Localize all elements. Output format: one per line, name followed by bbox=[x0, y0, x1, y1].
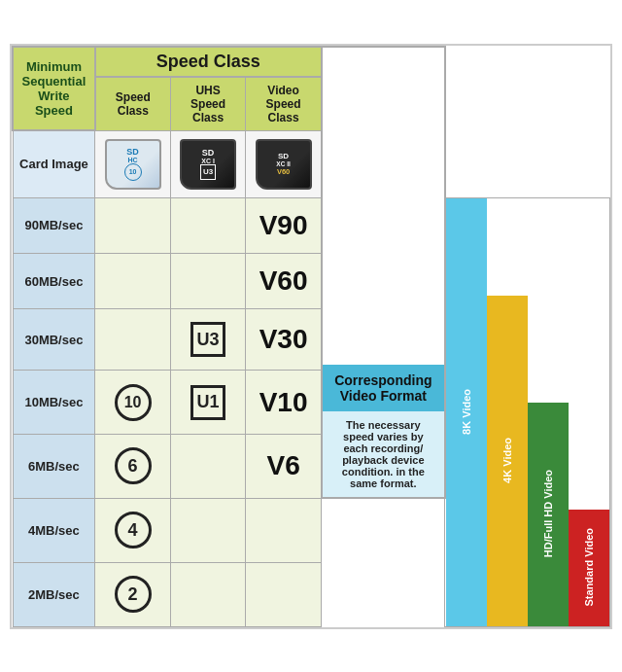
speed-6: 6MB/sec bbox=[13, 435, 95, 499]
sdxc1-card-cell: SD XC I U3 bbox=[170, 130, 246, 197]
left-header-label: Minimum Sequential Write Speed bbox=[22, 59, 86, 118]
row-90mb: 90MB/sec V90 8K Video 4K Video HD/Full bbox=[13, 197, 610, 253]
min-write-speed-header: Minimum Sequential Write Speed bbox=[13, 47, 95, 131]
class2-symbol: 2 bbox=[115, 576, 152, 613]
uhs3-symbol: U3 bbox=[190, 322, 225, 357]
speed-2: 2MB/sec bbox=[13, 562, 95, 626]
video-10: V10 bbox=[246, 371, 322, 435]
bar-8k: 8K Video bbox=[446, 198, 487, 626]
class-30 bbox=[95, 309, 171, 371]
uhs-30: U3 bbox=[170, 309, 246, 371]
uhs1-symbol: U1 bbox=[190, 385, 225, 420]
speed-class-label: Speed Class bbox=[156, 52, 260, 71]
video-format-desc-cell: The necessary speed varies by each recor… bbox=[323, 411, 444, 497]
sdhc-card-cell: SD HC 10 bbox=[95, 130, 171, 197]
uhs-6 bbox=[170, 435, 246, 499]
bar-standard-label: Standard Video bbox=[583, 528, 595, 606]
video-format-column: Corresponding Video Format The necessary… bbox=[322, 47, 445, 499]
class4-symbol: 4 bbox=[115, 512, 152, 548]
uhs-2 bbox=[170, 562, 246, 626]
video-format-title: Corresponding Video Format bbox=[334, 372, 432, 404]
class-2: 2 bbox=[95, 562, 171, 626]
speed-90: 90MB/sec bbox=[13, 197, 95, 253]
speed-30: 30MB/sec bbox=[13, 309, 95, 371]
video-30: V30 bbox=[246, 309, 322, 371]
video-90: V90 bbox=[246, 197, 322, 253]
video-bars-data-cell: 8K Video 4K Video HD/Full HD Video Stand… bbox=[445, 197, 610, 626]
uhs-90 bbox=[170, 197, 246, 253]
class10-symbol: 10 bbox=[115, 384, 152, 421]
speed-class-sub: SpeedClass bbox=[95, 77, 171, 131]
class-10: 10 bbox=[95, 371, 171, 435]
speed-4: 4MB/sec bbox=[13, 498, 95, 562]
class-90 bbox=[95, 197, 171, 253]
class6-symbol: 6 bbox=[115, 447, 152, 484]
card-image-label: Card Image bbox=[13, 130, 95, 197]
card-image-text: Card Image bbox=[19, 157, 88, 171]
class-6: 6 bbox=[95, 435, 171, 499]
video-60: V60 bbox=[246, 253, 322, 308]
video-6: V6 bbox=[246, 435, 322, 499]
video-4 bbox=[246, 498, 322, 562]
uhs-4 bbox=[170, 498, 246, 562]
class-4: 4 bbox=[95, 498, 171, 562]
bar-8k-label: 8K Video bbox=[461, 389, 472, 435]
uhs-speed-class-sub: UHSSpeedClass bbox=[170, 77, 246, 131]
bar-hd: HD/Full HD Video bbox=[528, 403, 569, 626]
uhs-60 bbox=[170, 253, 246, 308]
sdhc-card: SD HC 10 bbox=[105, 139, 161, 190]
sdxc2-card-cell: SD XC II V60 bbox=[246, 130, 322, 197]
sdxc1-card: SD XC I U3 bbox=[180, 139, 236, 190]
sdxc2-card: SD XC II V60 bbox=[256, 139, 312, 190]
video-format-header-cell: Corresponding Video Format bbox=[323, 365, 444, 411]
bar-hd-label: HD/Full HD Video bbox=[542, 470, 554, 557]
bar-standard: Standard Video bbox=[569, 510, 609, 626]
speed-60: 60MB/sec bbox=[13, 253, 95, 308]
video-2 bbox=[246, 562, 322, 626]
video-speed-class-sub: VideoSpeedClass bbox=[246, 77, 322, 131]
bar-4k-label: 4K Video bbox=[501, 438, 513, 483]
uhs-10: U1 bbox=[170, 371, 246, 435]
speed-10: 10MB/sec bbox=[13, 371, 95, 435]
video-format-desc: The necessary speed varies by each recor… bbox=[342, 419, 425, 489]
speed-class-header: Speed Class bbox=[95, 47, 322, 77]
bar-4k: 4K Video bbox=[487, 296, 528, 626]
class-60 bbox=[95, 253, 171, 308]
